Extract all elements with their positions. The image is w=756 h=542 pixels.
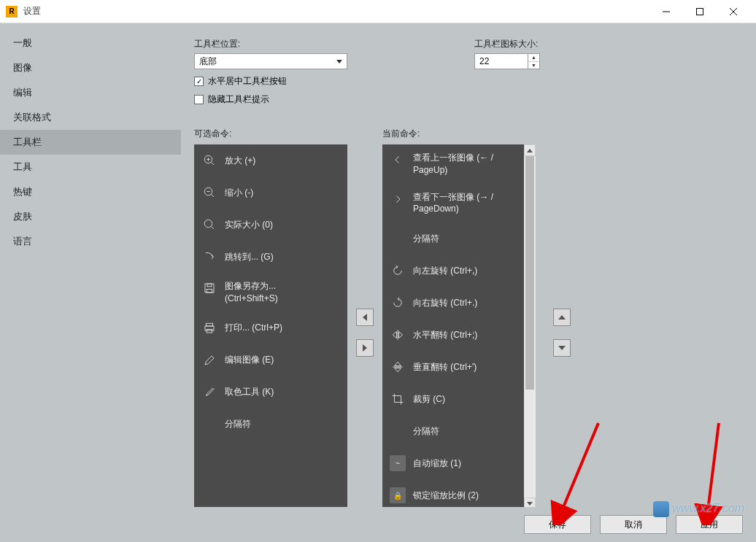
content-panel: 工具栏位置: 底部 水平居中工具栏按钮 隐藏工具栏提示 工具栏图标大小: 22 (181, 23, 756, 507)
command-item[interactable]: 分隔符 (382, 415, 524, 447)
command-item[interactable]: 🔒锁定缩放比例 (2) (382, 479, 524, 509)
move-down-button[interactable] (553, 339, 571, 357)
add-button[interactable] (356, 339, 374, 357)
command-item[interactable]: 向右旋转 (Ctrl+.) (382, 287, 524, 319)
command-item[interactable]: 图像另存为...(Ctrl+Shift+S) (194, 273, 347, 312)
svg-rect-22 (697, 8, 703, 15)
sidebar-item[interactable]: 语言 (0, 229, 181, 254)
save-as-icon (201, 280, 217, 296)
command-label: 取色工具 (K) (225, 386, 274, 398)
command-label: 打印... (Ctrl+P) (225, 322, 282, 334)
color-picker-icon (201, 384, 217, 400)
sidebar-item[interactable]: 工具栏 (0, 130, 181, 155)
command-item[interactable]: 水平翻转 (Ctrl+;) (382, 319, 524, 351)
sidebar-item[interactable]: 热键 (0, 179, 181, 204)
center-buttons-checkbox[interactable] (194, 77, 204, 86)
prev-icon (390, 152, 406, 168)
command-label: 裁剪 (C) (413, 393, 445, 406)
actual-size-icon (201, 217, 217, 233)
command-label: 垂直翻转 (Ctrl+') (413, 361, 477, 373)
maximize-button[interactable] (683, 0, 717, 23)
sidebar: 一般图像编辑关联格式工具栏工具热键皮肤语言 (0, 23, 181, 507)
cancel-button[interactable]: 取消 (600, 515, 667, 534)
command-item[interactable]: 取色工具 (K) (194, 376, 347, 409)
zoom-out-icon (201, 185, 217, 201)
titlebar: R 设置 (0, 0, 756, 23)
command-label: 向右旋转 (Ctrl+.) (413, 297, 477, 309)
command-item[interactable]: 跳转到... (G) (194, 241, 347, 273)
sidebar-item[interactable]: 皮肤 (0, 204, 181, 229)
command-item[interactable]: 放大 (+) (194, 144, 347, 177)
command-label: 图像另存为...(Ctrl+Shift+S) (225, 280, 278, 305)
command-label: 分隔符 (413, 233, 439, 245)
available-commands-header: 可选命令: (194, 128, 347, 140)
close-button[interactable] (717, 0, 750, 23)
scrollbar[interactable] (524, 144, 536, 509)
command-label: 跳转到... (G) (225, 251, 274, 263)
toolbar-position-select[interactable]: 底部 (194, 53, 347, 69)
hide-tips-label: 隐藏工具栏提示 (208, 93, 269, 106)
command-item[interactable]: 向左旋转 (Ctrl+,) (382, 255, 524, 287)
sidebar-item[interactable]: 关联格式 (0, 105, 181, 130)
spin-down-button[interactable]: ▼ (528, 62, 539, 69)
current-commands-list[interactable]: 查看上一张图像 (← /PageUp)查看下一张图像 (→ /PageDown)… (382, 144, 536, 509)
command-label: 水平翻转 (Ctrl+;) (413, 329, 477, 341)
zoom-in-icon (201, 152, 217, 169)
sidebar-item[interactable]: 图像 (0, 55, 181, 80)
command-label: 分隔符 (225, 418, 251, 430)
toolbar-position-value: 底部 (199, 55, 217, 68)
lock-icon: 🔒 (390, 487, 406, 503)
move-up-button[interactable] (553, 309, 571, 326)
command-item[interactable]: 裁剪 (C) (382, 383, 524, 415)
command-label: 编辑图像 (E) (225, 354, 274, 366)
chevron-down-icon (336, 60, 342, 63)
command-item[interactable]: 查看下一张图像 (→ /PageDown) (382, 184, 524, 223)
apply-button[interactable]: 应用 (676, 515, 743, 534)
sidebar-item[interactable]: 一般 (0, 31, 181, 55)
icon-size-input[interactable]: 22 ▲ ▼ (474, 53, 540, 69)
remove-button[interactable] (356, 309, 374, 326)
hide-tips-checkbox[interactable] (194, 95, 204, 104)
available-commands-list[interactable]: 放大 (+)缩小 (-)实际大小 (0)跳转到... (G)图像另存为...(C… (194, 144, 347, 509)
save-button[interactable]: 保存 (524, 515, 591, 534)
command-item[interactable]: 分隔符 (382, 222, 524, 255)
rotate-left-icon (390, 263, 406, 279)
triangle-up-icon (558, 315, 566, 320)
sidebar-item[interactable]: 编辑 (0, 80, 181, 105)
sidebar-item[interactable]: 工具 (0, 155, 181, 179)
command-label: 放大 (+) (225, 155, 255, 167)
command-label: 缩小 (-) (225, 187, 253, 199)
command-item[interactable]: 查看上一张图像 (← /PageUp) (382, 144, 524, 184)
none-icon (390, 423, 406, 439)
edit-icon (201, 352, 217, 368)
center-buttons-label: 水平居中工具栏按钮 (208, 75, 287, 88)
command-label: 查看上一张图像 (← /PageUp) (413, 152, 493, 177)
command-item[interactable]: 分隔符 (194, 409, 347, 441)
triangle-left-icon (363, 314, 367, 321)
command-label: 查看下一张图像 (→ /PageDown) (413, 191, 493, 216)
scroll-thumb[interactable] (525, 156, 534, 390)
command-item[interactable]: 缩小 (-) (194, 177, 347, 209)
triangle-right-icon (363, 344, 367, 352)
command-label: 锁定缩放比例 (2) (413, 489, 479, 502)
minimize-button[interactable] (649, 0, 683, 23)
scroll-up-button[interactable] (524, 144, 536, 156)
crop-icon (390, 391, 406, 407)
command-item[interactable]: ~自动缩放 (1) (382, 447, 524, 479)
print-icon (201, 320, 217, 336)
command-item[interactable]: 编辑图像 (E) (194, 344, 347, 376)
next-icon (390, 191, 406, 207)
none-icon (390, 231, 406, 247)
flip-v-icon (390, 359, 406, 375)
icon-size-label: 工具栏图标大小: (474, 38, 740, 50)
command-label: 实际大小 (0) (225, 219, 273, 231)
command-item[interactable]: 打印... (Ctrl+P) (194, 312, 347, 344)
spin-up-button[interactable]: ▲ (528, 54, 539, 62)
command-item[interactable]: 垂直翻转 (Ctrl+') (382, 351, 524, 383)
command-item[interactable]: 实际大小 (0) (194, 209, 347, 241)
triangle-down-icon (558, 346, 566, 350)
icon-size-value: 22 (475, 56, 528, 66)
command-label: 分隔符 (413, 425, 439, 438)
current-commands-header: 当前命令: (382, 128, 536, 140)
footer: 保存 取消 应用 (0, 507, 756, 542)
